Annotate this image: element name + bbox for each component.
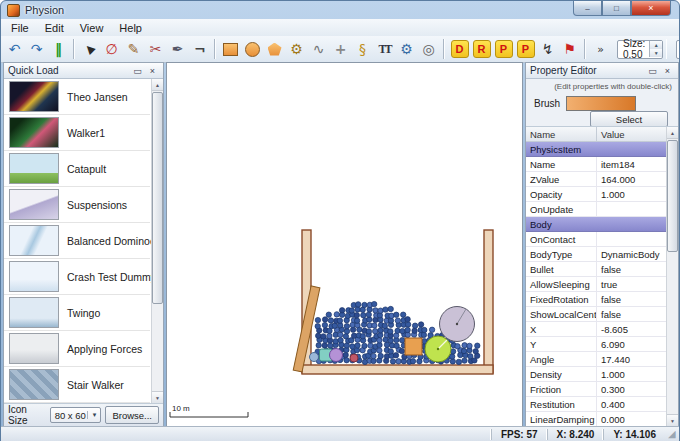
revolute-joint-tool-button[interactable]: R <box>471 38 492 60</box>
red-ball[interactable] <box>350 354 358 362</box>
quickload-item[interactable]: Crash Test Dummy <box>4 259 150 295</box>
tracer-tool-button[interactable]: ◎ <box>418 38 439 60</box>
quickload-scrollbar[interactable]: ▲ ▼ <box>151 79 163 403</box>
delete-tool-button[interactable]: ∅ <box>101 38 122 60</box>
gear-tool-button[interactable]: ⚙ <box>286 38 307 60</box>
property-row[interactable]: ZValue164.000 <box>526 172 667 187</box>
property-grid-scrollbar[interactable]: ▲ ▼ <box>666 127 678 426</box>
brush-color-swatch[interactable] <box>566 96 636 111</box>
property-value[interactable]: 0.300 <box>597 384 667 395</box>
rope-tool-button[interactable]: ∿ <box>308 38 329 60</box>
property-row[interactable]: LinearDamping0.000 <box>526 412 667 426</box>
property-row[interactable]: Nameitem184 <box>526 157 667 172</box>
prismatic-joint-tool-button[interactable]: P <box>493 38 514 60</box>
distance-joint-tool-button[interactable]: D <box>449 38 470 60</box>
distance-spinbox[interactable]: Distance: 0.20 ▲▼ <box>676 40 680 59</box>
property-editor-float-button[interactable]: ▭ <box>646 65 659 77</box>
pen-tool-button[interactable]: ✒ <box>167 38 188 60</box>
scroll-down-icon[interactable]: ▼ <box>667 414 678 426</box>
brush-select-button[interactable]: Select <box>590 111 668 127</box>
quickload-float-button[interactable]: ▭ <box>131 65 144 77</box>
property-row[interactable]: X-8.605 <box>526 322 667 337</box>
minimize-button[interactable]: – <box>573 1 602 16</box>
scroll-down-icon[interactable]: ▼ <box>152 391 163 403</box>
property-group-row[interactable]: PhysicsItem <box>526 142 667 157</box>
scrollbar-thumb[interactable] <box>152 92 163 304</box>
quickload-item[interactable]: Twingo <box>4 295 150 331</box>
polyline-tool-button[interactable]: ↯ <box>537 38 558 60</box>
redo-button[interactable]: ↷ <box>26 38 47 60</box>
circle-tool-button[interactable] <box>242 38 263 60</box>
text-tool-button[interactable]: TT <box>374 38 395 60</box>
cut-tool-button[interactable]: ✂ <box>145 38 166 60</box>
property-value[interactable]: false <box>597 264 667 275</box>
property-row[interactable]: Angle17.440 <box>526 352 667 367</box>
property-value[interactable]: false <box>597 294 667 305</box>
property-value[interactable]: 17.440 <box>597 354 667 365</box>
property-row[interactable]: OnUpdate <box>526 202 667 217</box>
property-editor-titlebar[interactable]: Property Editor ▭ × <box>526 63 678 79</box>
polygon-tool-button[interactable] <box>264 38 285 60</box>
property-value[interactable]: false <box>597 309 667 320</box>
property-row[interactable]: Y6.090 <box>526 337 667 352</box>
flag-tool-button[interactable]: ⚑ <box>559 38 580 60</box>
property-row[interactable]: FixedRotationfalse <box>526 292 667 307</box>
quickload-close-button[interactable]: × <box>146 65 159 77</box>
quickload-item[interactable]: Catapult <box>4 151 150 187</box>
column-value[interactable]: Value <box>597 129 625 140</box>
property-value[interactable]: 164.000 <box>597 174 667 185</box>
property-value[interactable]: 1.000 <box>597 189 667 200</box>
quickload-item[interactable]: Stair Walker <box>4 367 150 403</box>
menu-file[interactable]: File <box>3 21 37 35</box>
property-row[interactable]: BodyTypeDynamicBody <box>526 247 667 262</box>
pencil-tool-button[interactable]: ✎ <box>123 38 144 60</box>
size-spin-up-icon[interactable]: ▲ <box>649 41 662 49</box>
property-value[interactable]: 0.400 <box>597 399 667 410</box>
property-row[interactable]: ShowLocalCenterfalse <box>526 307 667 322</box>
scroll-up-icon[interactable]: ▲ <box>152 79 163 91</box>
icon-size-combobox[interactable]: 80 x 60 ▾ <box>50 407 102 423</box>
spring-tool-button[interactable]: § <box>352 38 373 60</box>
column-name[interactable]: Name <box>526 127 597 141</box>
quickload-item[interactable]: Balanced Dominoes <box>4 223 150 259</box>
quickload-item[interactable]: Applying Forces <box>4 331 150 367</box>
scroll-up-icon[interactable]: ▲ <box>667 127 678 139</box>
property-value[interactable]: item184 <box>597 159 667 170</box>
menu-edit[interactable]: Edit <box>37 21 72 35</box>
container-right-wall[interactable] <box>484 230 493 373</box>
menu-view[interactable]: View <box>72 21 112 35</box>
green-wheel[interactable] <box>425 336 451 362</box>
play-pause-button[interactable]: ‖ <box>48 38 69 60</box>
drag-gun-tool-button[interactable]: ⌐ <box>189 38 210 60</box>
menu-help[interactable]: Help <box>111 21 150 35</box>
property-row[interactable]: Friction0.300 <box>526 382 667 397</box>
size-spin-down-icon[interactable]: ▼ <box>649 49 662 57</box>
small-blue-ball[interactable] <box>310 353 319 362</box>
pin-tool-button[interactable]: + <box>330 38 351 60</box>
container-floor[interactable] <box>302 365 493 374</box>
lavender-wheel[interactable] <box>440 307 475 342</box>
maximize-button[interactable]: □ <box>602 1 631 16</box>
orange-box[interactable] <box>405 338 422 355</box>
property-value[interactable]: 6.090 <box>597 339 667 350</box>
quickload-item[interactable]: Suspensions <box>4 187 150 223</box>
quickload-dock-titlebar[interactable]: Quick Load ▭ × <box>4 63 163 79</box>
quickload-item[interactable]: Walker1 <box>4 115 150 151</box>
property-value[interactable]: DynamicBody <box>597 249 667 260</box>
property-group-row[interactable]: Body <box>526 217 667 232</box>
property-row[interactable]: Bulletfalse <box>526 262 667 277</box>
close-button[interactable]: × <box>631 1 671 16</box>
browse-button[interactable]: Browse... <box>105 406 159 424</box>
gear-joint-tool-button[interactable]: ⚙ <box>396 38 417 60</box>
property-value[interactable]: true <box>597 279 667 290</box>
pulley-joint-tool-button[interactable]: P <box>515 38 536 60</box>
box-tool-button[interactable] <box>220 38 241 60</box>
undo-button[interactable]: ↶ <box>4 38 25 60</box>
select-tool-button[interactable]: ▶ <box>79 38 100 60</box>
scrollbar-thumb[interactable] <box>667 140 678 252</box>
property-value[interactable]: 0.000 <box>597 414 667 425</box>
size-spinbox[interactable]: Size: 0.50 ▲▼ <box>617 40 663 59</box>
property-row[interactable]: Density1.000 <box>526 367 667 382</box>
property-value[interactable]: 1.000 <box>597 369 667 380</box>
property-value[interactable]: -8.605 <box>597 324 667 335</box>
